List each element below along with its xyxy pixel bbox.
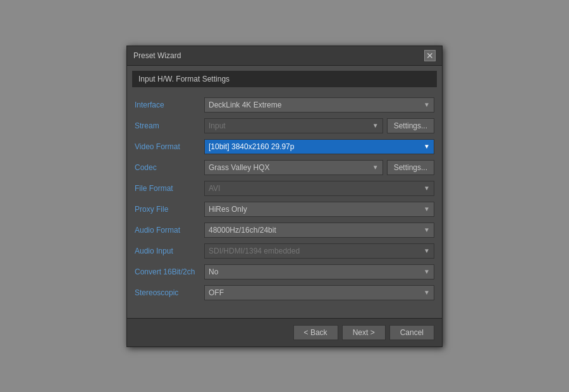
stream-row: Stream Input ▼ Settings... (135, 118, 434, 134)
proxy-file-controls: HiRes Only ▼ (204, 202, 434, 217)
chevron-down-icon: ▼ (424, 289, 430, 296)
convert-16bit-row: Convert 16Bit/2ch No ▼ (135, 264, 434, 280)
audio-format-label: Audio Format (135, 226, 204, 235)
chevron-down-icon: ▼ (424, 143, 430, 150)
file-format-dropdown[interactable]: AVI ▼ (204, 181, 434, 196)
file-format-controls: AVI ▼ (204, 181, 434, 196)
stereoscopic-controls: OFF ▼ (204, 285, 434, 300)
stereoscopic-label: Stereoscopic (135, 288, 204, 297)
proxy-file-label: Proxy File (135, 205, 204, 214)
dialog-title: Preset Wizard (133, 51, 181, 60)
interface-controls: DeckLink 4K Extreme ▼ (204, 97, 434, 113)
stream-label: Stream (135, 121, 204, 130)
chevron-down-icon: ▼ (424, 247, 430, 254)
preset-wizard-dialog: Preset Wizard ✕ Input H/W. Format Settin… (126, 46, 443, 347)
close-button[interactable]: ✕ (424, 50, 436, 61)
convert-16bit-label: Convert 16Bit/2ch (135, 267, 204, 276)
back-button[interactable]: < Back (293, 325, 338, 340)
proxy-file-row: Proxy File HiRes Only ▼ (135, 201, 434, 217)
codec-controls: Grass Valley HQX ▼ Settings... (204, 160, 434, 175)
audio-format-row: Audio Format 48000Hz/16ch/24bit ▼ (135, 222, 434, 238)
codec-row: Codec Grass Valley HQX ▼ Settings... (135, 159, 434, 176)
interface-label: Interface (135, 101, 204, 109)
dialog-footer: < Back Next > Cancel (127, 318, 442, 346)
codec-settings-button[interactable]: Settings... (387, 160, 434, 175)
cancel-button[interactable]: Cancel (389, 325, 434, 340)
proxy-file-dropdown[interactable]: HiRes Only ▼ (204, 202, 434, 217)
stream-controls: Input ▼ Settings... (204, 118, 434, 133)
chevron-down-icon: ▼ (424, 268, 430, 275)
audio-format-controls: 48000Hz/16ch/24bit ▼ (204, 223, 434, 238)
stream-settings-button[interactable]: Settings... (387, 118, 434, 133)
chevron-down-icon: ▼ (424, 226, 430, 233)
video-format-label: Video Format (135, 142, 204, 151)
chevron-down-icon: ▼ (372, 122, 379, 129)
convert-16bit-dropdown[interactable]: No ▼ (204, 264, 434, 279)
section-header: Input H/W. Format Settings (132, 71, 437, 87)
file-format-row: File Format AVI ▼ (135, 180, 434, 197)
codec-dropdown[interactable]: Grass Valley HQX ▼ (204, 160, 383, 175)
video-format-row: Video Format [10bit] 3840x2160 29.97p ▼ (135, 138, 434, 155)
chevron-down-icon: ▼ (424, 185, 430, 192)
stereoscopic-row: Stereoscopic OFF ▼ (135, 285, 434, 301)
stereoscopic-dropdown[interactable]: OFF ▼ (204, 285, 434, 300)
stream-dropdown[interactable]: Input ▼ (204, 118, 383, 133)
chevron-down-icon: ▼ (424, 205, 430, 212)
interface-dropdown[interactable]: DeckLink 4K Extreme ▼ (204, 97, 434, 113)
next-button[interactable]: Next > (342, 325, 386, 340)
form-content: Interface DeckLink 4K Extreme ▼ Stream I… (127, 90, 442, 313)
video-format-dropdown[interactable]: [10bit] 3840x2160 29.97p ▼ (204, 139, 434, 154)
chevron-down-icon: ▼ (424, 101, 430, 108)
video-format-controls: [10bit] 3840x2160 29.97p ▼ (204, 139, 434, 154)
audio-input-dropdown[interactable]: SDI/HDMI/1394 embedded ▼ (204, 243, 434, 259)
title-bar: Preset Wizard ✕ (127, 46, 442, 66)
audio-input-row: Audio Input SDI/HDMI/1394 embedded ▼ (135, 243, 434, 259)
codec-label: Codec (135, 163, 204, 172)
audio-input-label: Audio Input (135, 247, 204, 255)
convert-16bit-controls: No ▼ (204, 264, 434, 279)
file-format-label: File Format (135, 184, 204, 193)
audio-format-dropdown[interactable]: 48000Hz/16ch/24bit ▼ (204, 223, 434, 238)
chevron-down-icon: ▼ (372, 164, 379, 171)
audio-input-controls: SDI/HDMI/1394 embedded ▼ (204, 243, 434, 259)
interface-row: Interface DeckLink 4K Extreme ▼ (135, 97, 434, 113)
